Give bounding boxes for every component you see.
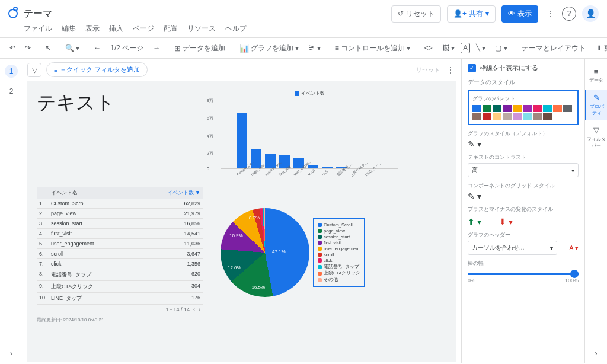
- palette-color[interactable]: [503, 105, 512, 112]
- chart-style-dropdown[interactable]: ✎ ▾: [468, 139, 481, 149]
- page-indicator: 1/2 ページ: [107, 41, 147, 56]
- legend-item: user_engagement: [318, 246, 360, 251]
- menu-arrange[interactable]: 配置: [164, 24, 178, 34]
- pointer-button[interactable]: ↖: [41, 41, 55, 55]
- avatar[interactable]: 👤: [582, 5, 599, 22]
- palette-color[interactable]: [483, 105, 491, 112]
- add-chart-button[interactable]: 📊グラフを追加 ▾: [236, 41, 302, 56]
- table-row[interactable]: 7.click1,356: [37, 259, 203, 269]
- data-table[interactable]: イベント名イベント数 ▼ 1.Custom_Scroll62,8292.page…: [37, 187, 203, 314]
- tab-properties[interactable]: ✎プロパティ: [585, 90, 607, 120]
- palette-color[interactable]: [472, 105, 481, 112]
- menu-view[interactable]: 表示: [85, 24, 100, 34]
- table-row[interactable]: 9.上段CTAクリック304: [37, 281, 203, 293]
- menu-edit[interactable]: 編集: [62, 24, 76, 34]
- doc-title[interactable]: テーマ: [24, 8, 52, 20]
- table-row[interactable]: 4.first_visit14,541: [37, 229, 203, 239]
- legend-item: その他: [318, 277, 360, 283]
- contrast-dropdown[interactable]: 高▾: [468, 163, 579, 177]
- palette-color[interactable]: [483, 113, 491, 120]
- style-panel: ✓枠線を非表示にする データのスタイル グラフのパレット グラフのスタイル（デフ…: [461, 59, 584, 363]
- page-next[interactable]: →: [149, 41, 164, 55]
- quick-filter-button[interactable]: ≡ ＋クイック フィルタを追加: [46, 62, 148, 77]
- bar-chart[interactable]: イベント数 8万 6万 4万 2万 0: [221, 90, 398, 185]
- palette-color[interactable]: [543, 105, 552, 112]
- canvas-more-icon[interactable]: ⋮: [445, 64, 456, 76]
- palette-color[interactable]: [513, 105, 522, 112]
- header-color[interactable]: A ▾: [569, 244, 579, 252]
- pie-chart[interactable]: 47.1% 16.5% 12.6% 10.9% 8.3%: [221, 208, 309, 297]
- embed-button[interactable]: <>: [421, 41, 436, 55]
- palette-color[interactable]: [493, 105, 501, 112]
- add-data-button[interactable]: ⊞データを追加: [171, 41, 229, 56]
- page-thumb-1[interactable]: 1: [5, 65, 18, 78]
- filter-reset[interactable]: リセット: [416, 66, 440, 73]
- page-thumb-2[interactable]: 2: [5, 85, 18, 98]
- legend-item: 上段CTAクリック: [318, 270, 360, 276]
- palette-color[interactable]: [553, 105, 562, 112]
- text-button[interactable]: A: [461, 43, 470, 53]
- table-next[interactable]: ›: [199, 306, 200, 312]
- legend-item: page_view: [318, 228, 360, 234]
- app-logo: [8, 9, 18, 18]
- shape-button[interactable]: ▢ ▾: [491, 41, 510, 55]
- menu-resource[interactable]: リソース: [187, 24, 216, 34]
- palette-color[interactable]: [472, 113, 481, 120]
- view-button[interactable]: 👁 表示: [501, 5, 538, 23]
- menu-file[interactable]: ファイル: [24, 24, 52, 34]
- table-row[interactable]: 3.session_start16,856: [37, 219, 203, 229]
- table-row[interactable]: 6.scroll3,647: [37, 249, 203, 259]
- reset-button[interactable]: ↺ リセット: [391, 5, 441, 23]
- legend-item: session_start: [318, 234, 360, 240]
- menu-insert[interactable]: 挿入: [109, 24, 123, 34]
- report-canvas[interactable]: テキスト イベント数 8万 6万 4万 2万 0: [27, 81, 456, 362]
- menubar: ファイル 編集 表示 挿入 ページ 配置 リソース ヘルプ: [0, 24, 607, 37]
- redo-button[interactable]: ↷: [21, 41, 34, 55]
- undo-button[interactable]: ↶: [6, 41, 19, 55]
- tab-filterbar[interactable]: ▽フィルタバー: [585, 122, 607, 152]
- grid-style-dropdown[interactable]: ✎ ▾: [468, 191, 481, 201]
- palette-color[interactable]: [533, 105, 542, 112]
- hide-border-checkbox[interactable]: ✓枠線を非表示にする: [468, 63, 579, 72]
- table-row[interactable]: 2.page_view21,979: [37, 209, 203, 219]
- page-thumbnails: 1 2 ›: [0, 59, 23, 363]
- palette-color[interactable]: [523, 113, 532, 120]
- table-row[interactable]: 10.LINE_タップ176: [37, 293, 203, 305]
- table-prev[interactable]: ‹: [193, 306, 195, 312]
- image-button[interactable]: 🖼 ▾: [439, 41, 458, 55]
- more-icon[interactable]: ⋮: [544, 8, 556, 20]
- help-icon[interactable]: ?: [562, 7, 576, 21]
- palette-color[interactable]: [533, 113, 542, 120]
- tab-data[interactable]: ≡データ: [585, 63, 607, 87]
- menu-page[interactable]: ページ: [133, 24, 154, 34]
- palette-color[interactable]: [513, 113, 522, 120]
- share-button[interactable]: 👤+ 共有 ▾: [447, 5, 496, 23]
- header-dropdown[interactable]: カーソルを合わせ...▾: [468, 241, 557, 255]
- positive-style[interactable]: ⬆ ▾: [468, 217, 481, 226]
- filter-icon[interactable]: ▽: [27, 63, 41, 77]
- table-row[interactable]: 8.電話番号_タップ620: [37, 269, 203, 281]
- menu-help[interactable]: ヘルプ: [225, 24, 247, 34]
- community-viz-button[interactable]: ⚞ ▾: [305, 41, 324, 55]
- palette-color[interactable]: [503, 113, 512, 120]
- negative-style[interactable]: ⬇ ▾: [499, 217, 513, 226]
- palette-color[interactable]: [543, 113, 552, 120]
- text-component[interactable]: テキスト: [37, 90, 209, 116]
- zoom-button[interactable]: 🔍 ▾: [62, 41, 83, 55]
- line-button[interactable]: ╲ ▾: [472, 41, 489, 55]
- pause-update-button[interactable]: ⏸ 更新を一時停止: [592, 41, 607, 56]
- palette-color[interactable]: [563, 105, 572, 112]
- table-row[interactable]: 1.Custom_Scroll62,829: [37, 199, 203, 209]
- palette-color[interactable]: [523, 105, 532, 112]
- add-control-button[interactable]: ≡ コントロールを追加 ▾: [331, 41, 414, 56]
- expand-pages-icon[interactable]: ›: [10, 349, 12, 357]
- page-prev[interactable]: ←: [90, 41, 104, 55]
- collapse-right-icon[interactable]: ›: [595, 349, 598, 357]
- legend-item: click: [318, 258, 360, 263]
- last-updated: 最終更新日: 2024/10/10 8:49:21: [37, 317, 447, 323]
- bar-width-slider[interactable]: [468, 273, 579, 275]
- palette-color[interactable]: [493, 113, 501, 120]
- bar-legend-label: イベント数: [301, 90, 325, 97]
- table-row[interactable]: 5.user_engagement11,036: [37, 239, 203, 249]
- theme-layout-button[interactable]: テーマとレイアウト: [518, 41, 589, 56]
